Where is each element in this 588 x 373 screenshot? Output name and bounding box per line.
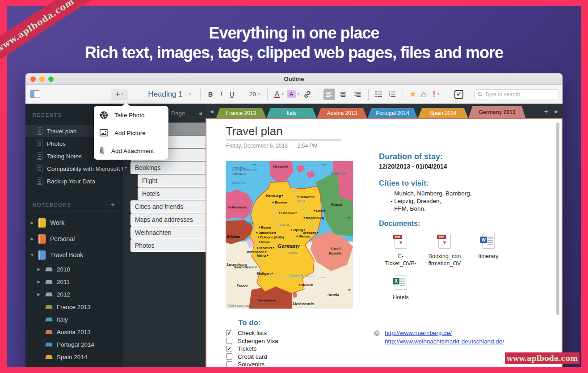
align-left-button[interactable]	[323, 89, 335, 100]
section-icon	[45, 330, 53, 334]
content-area: ◂ France 2013 Italy Austria 2013 Portuga…	[206, 104, 563, 373]
menu-item-add-picture[interactable]: Add Picture	[94, 124, 168, 142]
attachment-word-itinerary[interactable]: Itinerary	[466, 234, 510, 267]
align-center-button[interactable]	[338, 89, 349, 100]
map-label: Danube R.	[290, 274, 303, 277]
attachment-pdf-eticket[interactable]: E-Ticket_OVB-	[379, 234, 423, 267]
align-center-icon	[340, 92, 347, 97]
add-content-button[interactable]: + ▾	[111, 89, 128, 100]
notebook-personal[interactable]: ▶ Personal	[25, 231, 123, 247]
checkbox-icon: ✓	[454, 90, 463, 99]
underline-button[interactable]: U	[227, 89, 237, 100]
checkbox-unchecked[interactable]	[226, 353, 232, 360]
page-row-weihnachten[interactable]: Weihnachten	[130, 226, 206, 239]
collapse-panel-icon[interactable]: ◀	[198, 111, 202, 116]
page-title: Travel plan	[226, 124, 283, 138]
tab-italy[interactable]: Italy	[267, 108, 317, 118]
section-group-2012[interactable]: ▶ 2012	[25, 288, 123, 301]
section-france-2013[interactable]: France 2013	[25, 301, 123, 313]
page-row-hotels[interactable]: Hotels	[138, 187, 206, 200]
page-row-cities-and-friends[interactable]: Cities and friends	[130, 200, 206, 213]
bold-button[interactable]: B	[205, 89, 216, 100]
paragraph-style-select[interactable]: Heading 1 ▾	[143, 89, 196, 100]
numbered-list-button[interactable]: 123	[386, 89, 398, 100]
todo-checkbox-button[interactable]: ✓	[453, 89, 465, 100]
disclosure-closed-icon[interactable]: ▶	[37, 280, 41, 284]
link-nuernberg[interactable]: http://www.nuernberg.de/	[385, 329, 504, 337]
home-tag-button[interactable]: ⌂	[418, 89, 429, 100]
highlight-color-button[interactable]: A ▾	[286, 89, 301, 100]
tab-portugal-2014[interactable]: Portugal 2014	[368, 108, 418, 118]
notebook-travel-book[interactable]: ▼ Travel Book	[25, 247, 123, 263]
map-label: 6°	[253, 163, 256, 166]
note-right-column: Duration of stay: 12/20/2013 - 01/04/201…	[379, 152, 558, 301]
add-notebook-button[interactable]: +	[111, 200, 116, 209]
link-weihnachtsmarkt[interactable]: http://www.weihnachtsmarkt-deutschland.d…	[385, 338, 504, 346]
map-label: Belgium	[226, 234, 240, 239]
menu-item-take-photo[interactable]: Take Photo	[94, 106, 168, 124]
tab-germany-2013[interactable]: Germany 2013	[469, 106, 526, 118]
sidebar-toggle-button[interactable]	[30, 89, 40, 100]
notebook-icon	[38, 218, 46, 228]
page-icon	[37, 127, 42, 135]
section-spain-2014[interactable]: Spain 2014	[25, 351, 123, 363]
disclosure-closed-icon[interactable]: ▶	[37, 292, 41, 297]
important-tag-button[interactable]: ! ▾	[429, 89, 443, 100]
font-size-select[interactable]: 20 ▾	[247, 89, 263, 100]
page-row-bookings[interactable]: ▼ Bookings	[130, 161, 206, 174]
italic-button[interactable]: I	[216, 89, 227, 100]
insert-link-button[interactable]	[301, 89, 314, 100]
chevron-down-icon: ▾	[298, 92, 299, 96]
align-right-icon	[354, 92, 361, 97]
section-group-2011[interactable]: ▶ 2011	[25, 276, 123, 288]
section-italy[interactable]: Italy	[25, 313, 123, 326]
notebook-work[interactable]: ▶ Work	[25, 215, 123, 231]
toolbar-separator	[368, 89, 369, 100]
disclosure-closed-icon[interactable]: ▶	[30, 220, 34, 225]
font-color-button[interactable]: A ▾	[272, 89, 286, 100]
attachment-excel-hotels[interactable]: Hotels	[379, 275, 423, 301]
disclosure-closed-icon[interactable]: ▶	[30, 237, 34, 241]
search-field[interactable]	[474, 89, 559, 99]
window-title: Outline	[25, 76, 563, 82]
align-right-button[interactable]	[352, 89, 364, 100]
disclosure-open-icon[interactable]: ▼	[30, 253, 34, 257]
attachment-pdf-booking-confirmation[interactable]: Booking_confirmation_OV	[423, 234, 466, 267]
tabs-scroll-right-icon[interactable]: ▸	[552, 107, 561, 118]
tab-france-2013[interactable]: France 2013	[216, 108, 266, 118]
page-row-flight[interactable]: Flight	[138, 174, 206, 187]
tabs-scroll-left-icon[interactable]: ◂	[207, 107, 216, 118]
todo-item-schengen-visa: Schengen Visa	[226, 337, 278, 345]
tab-austria-2013[interactable]: Austria 2013	[317, 108, 367, 118]
cities-list: - Munich, Nürnberg, Bamberg, - Leipzig, …	[391, 190, 558, 212]
chevron-down-icon: ▾	[189, 92, 191, 96]
map-city-dot	[281, 195, 283, 196]
recent-item-compatibility[interactable]: Compatibility with Microsoft On	[25, 162, 123, 175]
section-group-2010[interactable]: ▶ 2010	[25, 263, 123, 276]
page-row-maps-and-addresses[interactable]: Maps and addresses	[130, 213, 206, 226]
star-tag-button[interactable]: ★	[407, 89, 418, 100]
bullet-list-button[interactable]	[373, 89, 385, 100]
recent-item-backup[interactable]: Backup Your Data	[25, 175, 123, 187]
tab-spain-2014[interactable]: Spain 2014	[418, 108, 468, 118]
map-city-dot	[272, 201, 273, 203]
section-austria-2013[interactable]: Austria 2013	[25, 326, 123, 338]
link-icon	[303, 90, 312, 98]
title-underline	[226, 140, 341, 140]
cities-line: - Munich, Nürnberg, Bamberg,	[391, 190, 558, 197]
search-input[interactable]	[485, 91, 555, 97]
checkbox-checked[interactable]: ✓	[226, 330, 232, 336]
pdf-file-icon	[438, 234, 451, 249]
page-row-photos[interactable]: Photos	[130, 239, 206, 252]
menu-item-add-attachment[interactable]: Add Attachment	[94, 142, 168, 160]
disclosure-open-icon[interactable]: ▼	[124, 166, 128, 170]
section-portugal-2014[interactable]: Portugal 2014	[25, 338, 123, 351]
note-page[interactable]: Travel plan Friday, December 6, 20132:54…	[206, 118, 563, 373]
svg-text:3: 3	[389, 95, 390, 97]
disclosure-closed-icon[interactable]: ▶	[37, 267, 41, 271]
checkbox-checked[interactable]: ✓	[226, 346, 232, 352]
map-label: Dresden	[302, 231, 316, 235]
add-section-button[interactable]: +	[540, 107, 552, 118]
map-city-dot	[297, 196, 298, 197]
checkbox-unchecked[interactable]	[226, 338, 232, 344]
